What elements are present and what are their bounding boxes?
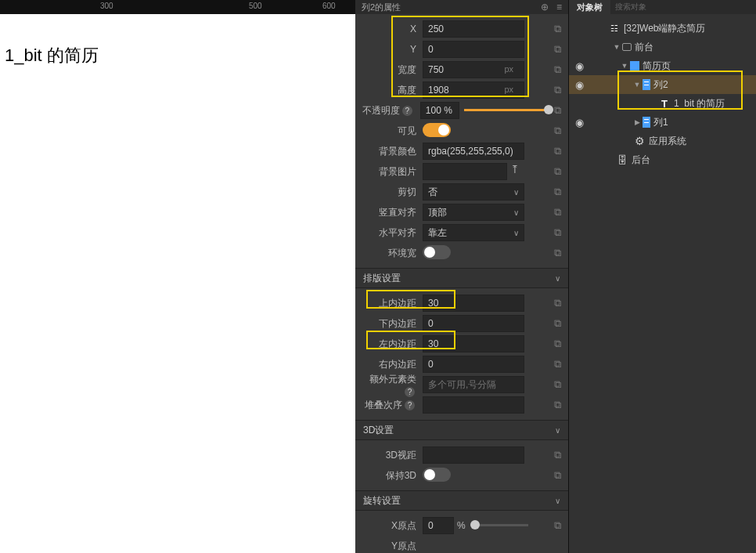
visibility-icon[interactable]: ◉	[572, 79, 586, 91]
visibility-icon[interactable]: ◉	[572, 117, 586, 128]
input-stack[interactable]	[423, 396, 524, 414]
tree-item-project[interactable]: ☷ [32]Web端静态简历	[569, 19, 756, 38]
canvas[interactable]: 300 500 600 1_bit 的简历	[0, 0, 355, 553]
copy-icon[interactable]: ⧉	[549, 125, 565, 137]
select-valign[interactable]: 顶部∨	[423, 204, 524, 221]
section-3d[interactable]: 3D设置∨	[355, 420, 568, 440]
search-objects-input[interactable]: 搜索对象	[610, 0, 756, 14]
copy-icon[interactable]: ⧉	[549, 23, 565, 35]
server-icon: 🗄	[616, 154, 628, 166]
chevron-down-icon: ∨	[555, 497, 560, 505]
tree-item-page[interactable]: ◉ ▼ 简历页	[569, 56, 756, 75]
caret-icon[interactable]: ▼	[632, 81, 643, 89]
copy-icon[interactable]: ⧉	[549, 63, 565, 76]
ruler-tick: 600	[322, 2, 336, 10]
tree-item-col1[interactable]: ◉ ▶ 列1	[569, 113, 756, 132]
caret-icon[interactable]: ▼	[619, 62, 630, 70]
copy-icon[interactable]: ⧉	[549, 226, 565, 239]
input-bgimg[interactable]	[423, 163, 507, 180]
tree-item-frontend[interactable]: ▼ 前台	[569, 38, 756, 56]
label-width: 宽度	[358, 63, 423, 77]
input-opacity[interactable]	[420, 102, 459, 119]
copy-icon[interactable]: ⧉	[549, 378, 565, 391]
caret-icon[interactable]: ▼	[611, 43, 622, 51]
label-bgcolor: 背景颜色	[358, 145, 423, 158]
input-extra[interactable]	[423, 376, 524, 393]
input-pt[interactable]	[423, 295, 524, 312]
visibility-icon[interactable]: ◉	[572, 60, 586, 72]
label-x: X	[358, 23, 423, 34]
caret-icon[interactable]: ▶	[632, 118, 643, 126]
app-icon: ☷	[608, 23, 621, 34]
tree-item-backend[interactable]: 🗄 后台	[569, 150, 756, 169]
copy-icon[interactable]: ⧉	[549, 43, 565, 56]
label-valign: 竖直对齐	[358, 206, 423, 219]
panel-title: 列2的属性	[362, 2, 541, 13]
copy-icon[interactable]: ⧉	[549, 519, 565, 532]
tree-item-text[interactable]: T 1_bit 的简历	[569, 94, 756, 113]
label-pl: 左内边距	[358, 338, 423, 351]
copy-icon[interactable]: ⧉	[549, 145, 565, 157]
section-layout[interactable]: 排版设置∨	[355, 268, 568, 288]
input-bgcolor[interactable]	[423, 143, 524, 160]
select-halign[interactable]: 靠左∨	[423, 224, 524, 241]
copy-icon[interactable]: ⧉	[549, 338, 565, 350]
copy-icon[interactable]: ⧉	[549, 358, 565, 370]
label-pt: 上内边距	[358, 297, 423, 310]
ruler-horizontal: 300 500 600	[0, 0, 355, 14]
toggle-keep3d[interactable]	[423, 468, 451, 482]
menu-icon[interactable]: ≡	[556, 2, 562, 13]
input-pb[interactable]	[423, 315, 524, 332]
select-clip[interactable]: 否∨	[423, 183, 524, 201]
label-keep3d: 保持3D	[358, 469, 423, 483]
input-pr[interactable]	[423, 356, 524, 373]
ruler-tick: 500	[249, 2, 262, 10]
copy-icon[interactable]: ⧉	[549, 297, 565, 309]
xorigin-slider[interactable]	[473, 524, 528, 526]
label-opacity: 不透明度 ?	[358, 104, 420, 117]
label-stack: 堆叠次序 ?	[358, 399, 423, 412]
copy-icon[interactable]: ⧉	[549, 449, 565, 461]
canvas-text-element[interactable]: 1_bit 的简历	[5, 44, 99, 67]
chevron-down-icon: ∨	[555, 274, 560, 283]
input-3d-persp[interactable]	[423, 446, 524, 464]
gear-icon: ⚙	[633, 136, 646, 147]
pin-icon[interactable]: ⊕	[541, 2, 549, 13]
label-halign: 水平对齐	[358, 226, 423, 240]
copy-icon[interactable]: ⧉	[549, 247, 565, 259]
label-visible: 可见	[358, 125, 423, 138]
copy-icon[interactable]: ⧉	[549, 206, 565, 219]
label-yorigin: Y原点	[358, 540, 423, 553]
input-xorigin[interactable]	[423, 517, 454, 534]
tab-object-tree[interactable]: 对象树	[569, 0, 610, 14]
tree-item-col2[interactable]: ◉ ▼ 列2	[569, 75, 756, 94]
label-envwidth: 环境宽	[358, 247, 423, 260]
copy-icon[interactable]: ⧉	[549, 186, 565, 198]
copy-icon[interactable]: ⧉	[549, 84, 565, 96]
page-icon	[630, 61, 639, 71]
text-icon: T	[658, 98, 671, 110]
upload-icon[interactable]: ⤒	[510, 163, 520, 180]
toggle-envwidth[interactable]	[423, 245, 451, 259]
ruler-tick: 300	[100, 2, 113, 10]
input-pl[interactable]	[423, 335, 524, 352]
label-height: 高度	[358, 84, 423, 97]
input-y[interactable]	[423, 41, 524, 58]
label-bgimg: 背景图片	[358, 165, 423, 179]
copy-icon[interactable]: ⧉	[549, 165, 565, 178]
label-extra: 额外元素类 ?	[358, 373, 423, 397]
help-icon[interactable]: ?	[405, 400, 415, 410]
copy-icon[interactable]: ⧉	[549, 317, 565, 330]
help-icon[interactable]: ?	[402, 106, 412, 116]
label-y: Y	[358, 44, 423, 55]
copy-icon[interactable]: ⧉	[549, 469, 565, 482]
properties-panel: 列2的属性 ⊕ ≡ ⇅ X ⧉ Y ⧉ 宽度 px ⧉ 高度 px ⧉	[355, 0, 568, 553]
copy-icon[interactable]: ⧉	[549, 399, 565, 411]
section-rotation[interactable]: 旋转设置∨	[355, 490, 568, 511]
input-x[interactable]	[423, 20, 524, 38]
device-icon	[622, 43, 632, 51]
opacity-slider[interactable]	[464, 109, 550, 111]
canvas-content[interactable]: 1_bit 的简历	[0, 14, 355, 553]
toggle-visible[interactable]	[423, 123, 451, 137]
tree-item-system[interactable]: ⚙ 应用系统	[569, 132, 756, 150]
